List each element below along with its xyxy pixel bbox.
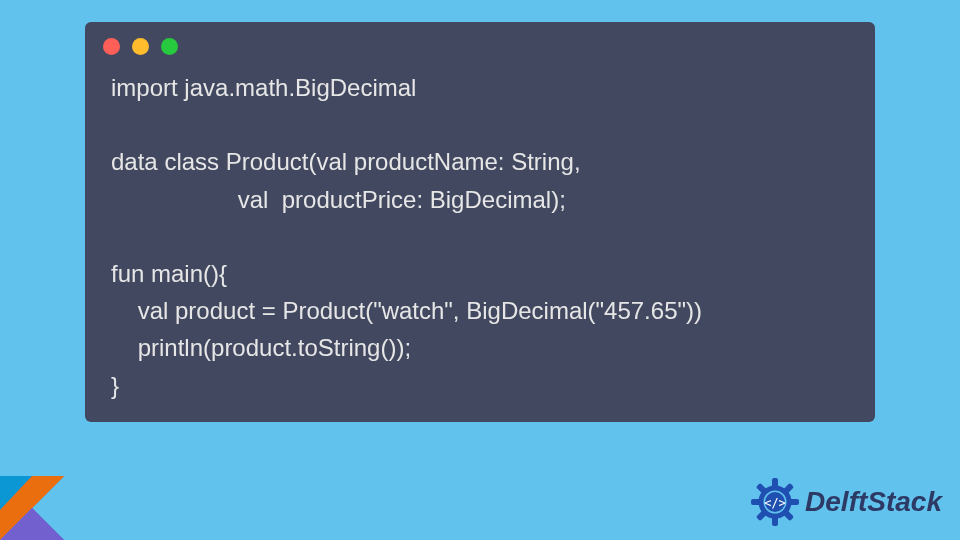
code-line: val product = Product("watch", BigDecima… (111, 297, 702, 324)
code-line: import java.math.BigDecimal (111, 74, 416, 101)
code-line: val productPrice: BigDecimal); (111, 186, 566, 213)
code-line: println(product.toString()); (111, 334, 411, 361)
code-line: data class Product(val productName: Stri… (111, 148, 581, 175)
brand-badge: </> DelftStack (751, 478, 942, 526)
brand-name: DelftStack (805, 486, 942, 518)
code-line: fun main(){ (111, 260, 227, 287)
maximize-icon (161, 38, 178, 55)
kotlin-logo-icon (0, 476, 64, 540)
close-icon (103, 38, 120, 55)
window-titlebar (85, 22, 875, 63)
code-line: } (111, 372, 119, 399)
gear-icon: </> (751, 478, 799, 526)
code-window: import java.math.BigDecimal data class P… (85, 22, 875, 422)
code-block: import java.math.BigDecimal data class P… (85, 63, 875, 404)
svg-text:</>: </> (764, 496, 786, 510)
minimize-icon (132, 38, 149, 55)
